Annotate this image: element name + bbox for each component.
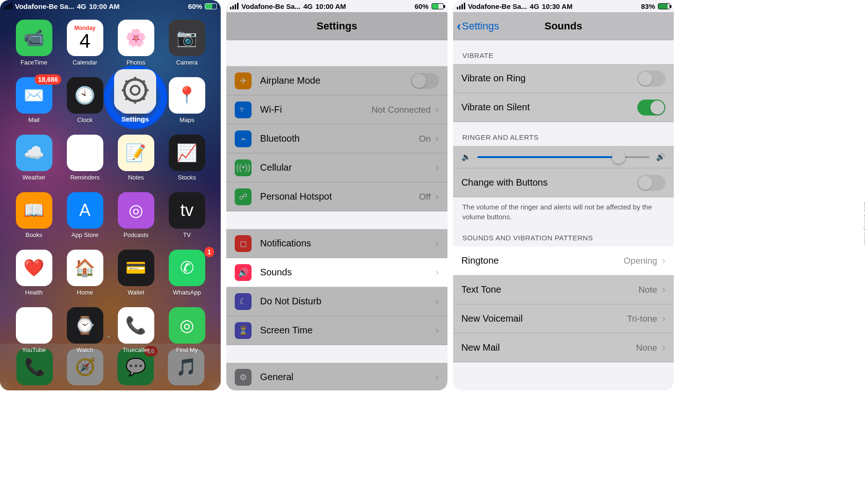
app-label: YouTube <box>22 346 46 353</box>
row-screen-time[interactable]: ⏳ Screen Time› <box>226 316 447 345</box>
row-new-mail[interactable]: New Mail None › <box>453 333 674 362</box>
app-weather[interactable]: ☁️Weather <box>10 135 58 181</box>
network-label: 4G <box>530 2 539 10</box>
toggle[interactable] <box>637 100 665 115</box>
app-label: Books <box>25 231 42 238</box>
row-icon: ᯤ <box>235 101 252 118</box>
row-vibrate-on-ring[interactable]: Vibrate on Ring <box>453 64 674 93</box>
row-general[interactable]: ⚙ General› <box>226 363 447 390</box>
app-photos[interactable]: 🌸Photos <box>112 20 159 66</box>
row-sounds[interactable]: 🔊 Sounds› <box>226 258 447 287</box>
app-mail[interactable]: ✉️18,686Mail <box>10 77 58 123</box>
chevron-right-icon: › <box>662 313 665 325</box>
row-airplane-mode[interactable]: ✈ Airplane Mode <box>226 66 447 95</box>
app-label: Settings <box>121 115 149 123</box>
signal-icon <box>230 3 238 9</box>
app-youtube[interactable]: ▶YouTube <box>10 307 58 353</box>
app-settings[interactable]: Settings <box>114 69 156 123</box>
chevron-right-icon: › <box>662 284 665 296</box>
row-new-voicemail[interactable]: New Voicemail Tri-tone › <box>453 304 674 333</box>
status-time: 10:00 AM <box>316 2 346 10</box>
gear-icon <box>119 74 151 106</box>
row-value: Note <box>639 285 657 295</box>
section-header-patterns: SOUNDS AND VIBRATION PATTERNS <box>453 231 674 246</box>
chevron-right-icon: › <box>435 266 439 279</box>
nav-bar: Settings <box>226 12 447 40</box>
row-label: Change with Buttons <box>461 177 637 188</box>
app-books[interactable]: 📖Books <box>10 192 58 238</box>
watermark: www.deuaq.com <box>862 201 865 245</box>
app-whatsapp[interactable]: ✆1WhatsApp <box>163 250 210 296</box>
app-grid: 📹FaceTime Monday 4Calendar🌸Photos📷Camera… <box>0 14 221 353</box>
carrier-label: Vodafone-Be Sa... <box>241 2 300 10</box>
app-stocks[interactable]: 📈Stocks <box>163 135 210 181</box>
row-bluetooth[interactable]: ⌁ BluetoothOn› <box>226 124 447 153</box>
app-label: FaceTime <box>21 59 47 66</box>
app-app-store[interactable]: AApp Store <box>61 192 108 238</box>
row-do-not-disturb[interactable]: ☾ Do Not Disturb› <box>226 287 447 316</box>
row-icon: ((•)) <box>235 159 252 176</box>
toggle[interactable] <box>637 175 665 191</box>
row-vibrate-on-silent[interactable]: Vibrate on Silent <box>453 93 674 122</box>
ringer-volume-slider[interactable]: 🔈 🔊 <box>453 146 674 168</box>
app-find-my[interactable]: ◎Find My <box>163 307 210 353</box>
back-button[interactable]: ‹ Settings <box>457 19 499 34</box>
page-title: Settings <box>317 20 357 32</box>
row-label: Notifications <box>260 238 431 249</box>
row-label: Screen Time <box>260 325 431 336</box>
page-title: Sounds <box>544 20 582 32</box>
row-label: Do Not Disturb <box>260 296 431 307</box>
battery-pct: 60% <box>188 2 202 10</box>
row-icon: ✈ <box>235 72 252 89</box>
section-header-ringer: RINGER AND ALERTS <box>453 122 674 146</box>
app-label: Wallet <box>128 289 144 296</box>
app-facetime[interactable]: 📹FaceTime <box>10 20 58 66</box>
battery-icon <box>658 3 670 9</box>
status-time: 10:30 AM <box>542 2 572 10</box>
app-label: Mail <box>29 116 40 123</box>
app-home[interactable]: 🏠Home <box>61 250 108 296</box>
chevron-right-icon: › <box>435 133 439 145</box>
row-icon: ☍ <box>235 188 252 205</box>
app-camera[interactable]: 📷Camera <box>163 20 210 66</box>
toggle[interactable] <box>411 73 439 89</box>
app-health[interactable]: ❤️Health <box>10 250 58 296</box>
volume-high-icon: 🔊 <box>656 152 665 161</box>
app-clock[interactable]: 🕙Clock <box>61 77 108 123</box>
row-text-tone[interactable]: Text Tone Note › <box>453 275 674 304</box>
app-label: Weather <box>22 174 45 181</box>
app-label: Home <box>77 289 93 296</box>
app-podcasts[interactable]: ◎Podcasts <box>112 192 159 238</box>
toggle[interactable] <box>637 71 665 86</box>
app-maps[interactable]: 📍Maps <box>163 77 210 123</box>
row-change-with-buttons[interactable]: Change with Buttons <box>453 168 674 197</box>
app-label: Health <box>25 289 43 296</box>
app-notes[interactable]: 📝Notes <box>112 135 159 181</box>
phone-settings: Vodafone-Be Sa... 4G 10:00 AM 60% Settin… <box>226 0 447 390</box>
row-label: New Mail <box>461 342 636 353</box>
app-reminders[interactable]: ☑Reminders <box>61 135 108 181</box>
chevron-right-icon: › <box>435 162 439 174</box>
app-label: Camera <box>176 59 198 66</box>
network-label: 4G <box>77 2 86 10</box>
app-watch[interactable]: ⌚Watch <box>61 307 108 353</box>
row-icon: ◻ <box>235 235 252 252</box>
app-tv[interactable]: tvTV <box>163 192 210 238</box>
volume-low-icon: 🔈 <box>461 152 471 161</box>
row-ringtone[interactable]: Ringtone Opening › <box>453 246 674 275</box>
row-wi-fi[interactable]: ᯤ Wi-FiNot Connected› <box>226 95 447 124</box>
row-icon: ⌁ <box>235 130 252 147</box>
chevron-right-icon: › <box>662 255 665 267</box>
app-wallet[interactable]: 💳Wallet <box>112 250 159 296</box>
profile-row[interactable] <box>226 40 447 66</box>
signal-icon <box>4 3 12 9</box>
row-notifications[interactable]: ◻ Notifications› <box>226 229 447 258</box>
app-truecaller[interactable]: 📞Truecaller <box>112 307 159 353</box>
row-icon: ☾ <box>235 293 252 310</box>
app-label: Watch <box>76 346 93 353</box>
app-calendar[interactable]: Monday 4Calendar <box>61 20 108 66</box>
row-label: Airplane Mode <box>260 75 411 86</box>
phone-home: Vodafone-Be Sa... 4G 10:00 AM 60% 📹FaceT… <box>0 0 221 390</box>
row-personal-hotspot[interactable]: ☍ Personal HotspotOff› <box>226 182 447 211</box>
row-cellular[interactable]: ((•)) Cellular› <box>226 153 447 182</box>
